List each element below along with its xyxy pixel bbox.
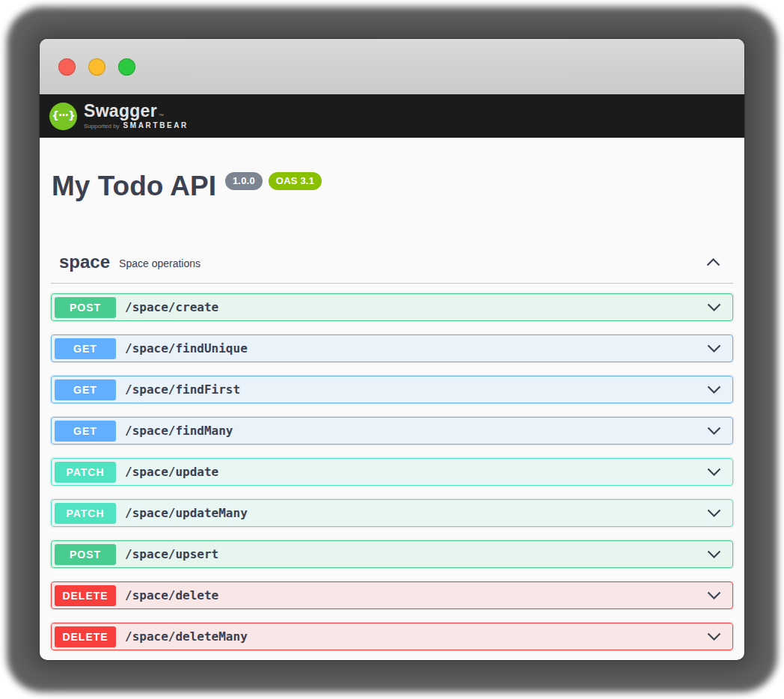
operation-path: /space/findUnique <box>125 341 248 355</box>
operation-path: /space/findFirst <box>125 382 240 397</box>
operation-path: /space/findMany <box>125 424 233 438</box>
tag-name: space <box>59 251 110 272</box>
chevron-down-icon[interactable] <box>705 383 723 397</box>
app-window: {···} Swagger ™ Supported by SMARTBEAR M… <box>40 39 744 660</box>
chevron-down-icon[interactable] <box>705 548 723 561</box>
operation-path: /space/updateMany <box>125 506 248 520</box>
tag-section-header[interactable]: space Space operations <box>51 251 733 272</box>
api-info: My Todo API 1.0.0 OAS 3.1 <box>51 171 733 202</box>
operation-row[interactable]: GET /space/findUnique <box>51 335 733 362</box>
tag-description: Space operations <box>119 257 200 269</box>
method-badge: POST <box>55 544 116 565</box>
operation-path: /space/create <box>125 300 218 314</box>
brand-name: Swagger <box>84 103 157 120</box>
operation-row[interactable]: PATCH /space/updateMany <box>51 499 733 527</box>
operation-path: /space/update <box>125 465 218 479</box>
operation-row[interactable]: DELETE /space/delete <box>51 582 733 609</box>
chevron-down-icon[interactable] <box>705 466 723 479</box>
operation-row[interactable]: DELETE /space/deleteMany <box>51 623 733 650</box>
chevron-down-icon[interactable] <box>705 424 723 438</box>
method-badge: PATCH <box>55 503 116 524</box>
title-badges: 1.0.0 OAS 3.1 <box>225 172 322 190</box>
section-divider <box>51 283 733 284</box>
operation-row[interactable]: POST /space/create <box>51 293 733 321</box>
window-titlebar[interactable] <box>40 39 744 94</box>
chevron-up-icon[interactable] <box>705 255 722 269</box>
close-button[interactable] <box>58 58 76 76</box>
traffic-lights <box>58 58 135 76</box>
chevron-down-icon[interactable] <box>705 342 723 355</box>
brand-block: Swagger ™ Supported by SMARTBEAR <box>84 103 189 129</box>
method-badge: POST <box>55 297 116 318</box>
version-badge: 1.0.0 <box>225 172 263 190</box>
method-badge: PATCH <box>55 462 116 483</box>
trademark-symbol: ™ <box>159 113 164 118</box>
oas-badge: OAS 3.1 <box>269 172 322 190</box>
tag-section-labels: space Space operations <box>59 251 200 272</box>
api-content: My Todo API 1.0.0 OAS 3.1 space Space op… <box>40 171 744 650</box>
zoom-button[interactable] <box>118 58 135 76</box>
method-badge: DELETE <box>55 626 116 647</box>
operation-path: /space/deleteMany <box>125 629 248 644</box>
operation-row[interactable]: GET /space/findMany <box>51 417 733 445</box>
supported-by-label: Supported by <box>84 123 120 129</box>
method-badge: GET <box>55 338 116 359</box>
sponsor-name: SMARTBEAR <box>123 122 189 129</box>
method-badge: GET <box>55 421 116 442</box>
minimize-button[interactable] <box>88 58 105 76</box>
operation-row[interactable]: POST /space/upsert <box>51 540 733 568</box>
curly-braces-glyph: {···} <box>52 109 75 121</box>
chevron-down-icon[interactable] <box>705 301 723 314</box>
chevron-down-icon[interactable] <box>705 507 723 520</box>
operation-row[interactable]: GET /space/findFirst <box>51 376 733 403</box>
screenshot-stage: {···} Swagger ™ Supported by SMARTBEAR M… <box>0 0 784 699</box>
swagger-topbar: {···} Swagger ™ Supported by SMARTBEAR <box>40 94 744 138</box>
swagger-logo-icon: {···} <box>49 103 77 130</box>
method-badge: DELETE <box>55 585 116 606</box>
operation-row[interactable]: PATCH /space/update <box>51 458 733 486</box>
operation-path: /space/upsert <box>125 547 218 561</box>
chevron-down-icon[interactable] <box>705 630 723 644</box>
chevron-down-icon[interactable] <box>705 589 723 602</box>
operations-list: POST /space/create GET /space/findUnique… <box>51 293 733 650</box>
method-badge: GET <box>55 379 116 400</box>
operation-path: /space/delete <box>125 588 218 602</box>
page-title: My Todo API <box>52 171 216 202</box>
